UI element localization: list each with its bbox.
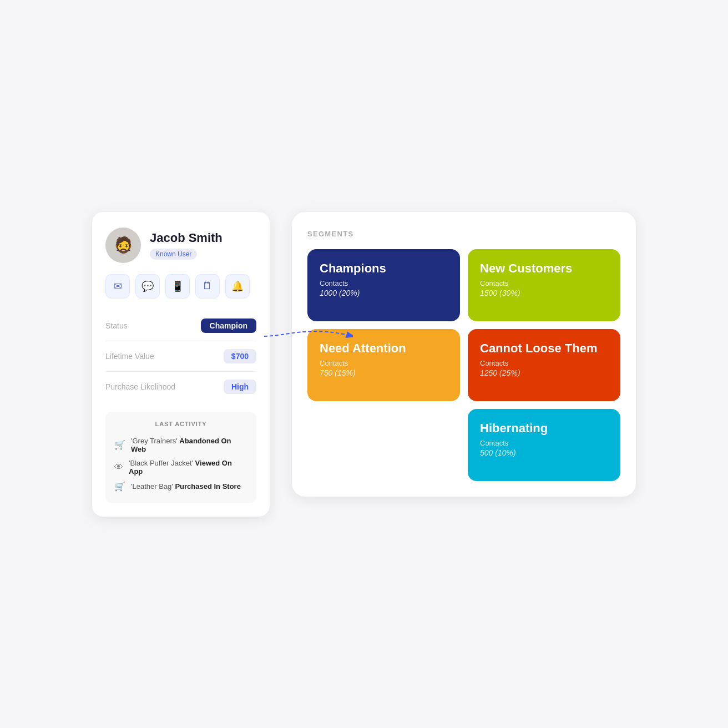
segment-count-champions: 1000 (20%)	[320, 289, 448, 297]
status-row: Status Champion	[105, 311, 256, 341]
segment-cannot-loose[interactable]: Cannot Loose Them Contacts 1250 (25%)	[468, 329, 620, 401]
status-label: Status	[105, 321, 128, 330]
action-icons-row: ✉ 💬 📱 🗒 🔔	[105, 274, 256, 299]
segment-count-need-attention: 750 (15%)	[320, 368, 448, 377]
contact-card: 🧔 Jacob Smith Known User ✉ 💬 📱 🗒 🔔 Statu…	[92, 212, 270, 517]
cart-icon-1: 🛒	[114, 439, 125, 450]
eye-icon: 👁	[114, 462, 123, 472]
whatsapp-button[interactable]: 📱	[165, 274, 190, 299]
avatar-image: 🧔	[105, 228, 141, 263]
activity-text-1: 'Grey Trainers' Abandoned On Web	[131, 437, 247, 453]
likelihood-label: Purchase Likelihood	[105, 382, 175, 391]
segment-champions[interactable]: Champions Contacts 1000 (20%)	[307, 249, 460, 321]
activity-item-3: 🛒 'Leather Bag' Purchased In Store	[114, 478, 247, 494]
segment-count-hibernating: 500 (10%)	[480, 448, 608, 457]
segment-hibernating[interactable]: Hibernating Contacts 500 (10%)	[468, 409, 620, 481]
user-info: Jacob Smith Known User	[150, 231, 223, 260]
segment-count-cannot-loose: 1250 (25%)	[480, 368, 608, 377]
last-activity-section: LAST ACTIVITY 🛒 'Grey Trainers' Abandone…	[105, 412, 256, 503]
ltv-label: Lifetime Value	[105, 352, 154, 361]
status-value: Champion	[201, 318, 256, 333]
segment-label-cannot-loose: Contacts	[480, 359, 608, 367]
ltv-row: Lifetime Value $700	[105, 341, 256, 372]
likelihood-row: Purchase Likelihood High	[105, 372, 256, 402]
cart-icon-2: 🛒	[114, 481, 125, 492]
email-button[interactable]: ✉	[105, 274, 130, 299]
segments-grid: Champions Contacts 1000 (20%) New Custom…	[307, 249, 620, 481]
avatar: 🧔	[105, 228, 141, 263]
segment-name-hibernating: Hibernating	[480, 421, 608, 436]
card-header: 🧔 Jacob Smith Known User	[105, 228, 256, 263]
segment-label-new-customers: Contacts	[480, 279, 608, 287]
notify-button[interactable]: 🔔	[225, 274, 250, 299]
segment-name-champions: Champions	[320, 261, 448, 276]
segment-label-need-attention: Contacts	[320, 359, 448, 367]
last-activity-title: LAST ACTIVITY	[114, 421, 247, 427]
segment-label-hibernating: Contacts	[480, 439, 608, 447]
chat-button[interactable]: 💬	[135, 274, 160, 299]
likelihood-value: High	[224, 380, 256, 394]
segments-panel: SEGMENTS Champions Contacts 1000 (20%) N…	[292, 212, 636, 497]
segment-new-customers[interactable]: New Customers Contacts 1500 (30%)	[468, 249, 620, 321]
activity-text-2: 'Black Puffer Jacket' Viewed On App	[129, 459, 247, 476]
user-name: Jacob Smith	[150, 231, 223, 245]
segments-title: SEGMENTS	[307, 230, 620, 238]
segment-name-cannot-loose: Cannot Loose Them	[480, 341, 608, 356]
ltv-value: $700	[224, 349, 256, 363]
user-badge: Known User	[150, 249, 197, 260]
segment-label-champions: Contacts	[320, 279, 448, 287]
connector-arrow	[264, 320, 353, 353]
notes-button[interactable]: 🗒	[195, 274, 220, 299]
activity-item-2: 👁 'Black Puffer Jacket' Viewed On App	[114, 456, 247, 478]
segment-name-new-customers: New Customers	[480, 261, 608, 276]
segment-count-new-customers: 1500 (30%)	[480, 289, 608, 297]
activity-text-3: 'Leather Bag' Purchased In Store	[131, 482, 241, 491]
activity-item-1: 🛒 'Grey Trainers' Abandoned On Web	[114, 434, 247, 456]
